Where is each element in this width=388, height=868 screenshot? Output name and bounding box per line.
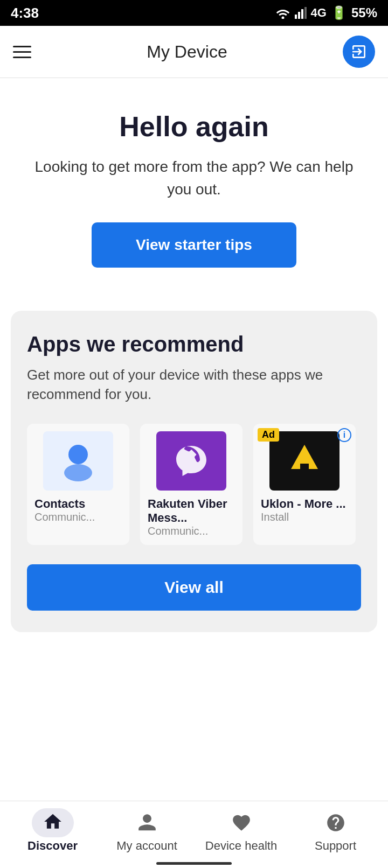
status-icons: 4G 🔋 55% bbox=[275, 5, 377, 20]
viber-app-icon bbox=[156, 431, 226, 491]
app-card-uklon[interactable]: Ad i Uklon - More ... Install bbox=[253, 424, 356, 545]
status-time: 4:38 bbox=[11, 5, 39, 22]
status-bar: 4:38 4G 🔋 55% bbox=[0, 0, 388, 26]
menu-button[interactable] bbox=[13, 46, 31, 58]
signal-icon bbox=[295, 7, 307, 19]
view-all-button[interactable]: View all bbox=[27, 564, 361, 611]
svg-rect-8 bbox=[300, 464, 309, 472]
nav-icon-health bbox=[228, 810, 254, 836]
apps-grid: Contacts Communic... Rakuten Viber Mess.… bbox=[27, 424, 361, 545]
nav-item-discover[interactable]: Discover bbox=[5, 810, 100, 853]
nav-label-account: My account bbox=[116, 839, 177, 853]
viber-app-name: Rakuten Viber Mess... bbox=[148, 497, 235, 525]
battery-icon: 🔋 bbox=[331, 5, 347, 20]
svg-rect-3 bbox=[301, 9, 303, 19]
nav-label-discover: Discover bbox=[27, 839, 78, 853]
svg-point-0 bbox=[281, 17, 284, 19]
login-button[interactable] bbox=[343, 36, 375, 68]
hero-title: Hello again bbox=[22, 110, 366, 143]
view-starter-tips-button[interactable]: View starter tips bbox=[92, 222, 296, 268]
contacts-app-category: Communic... bbox=[34, 511, 122, 523]
nav-icon-account bbox=[134, 810, 160, 836]
contacts-app-name: Contacts bbox=[34, 497, 122, 511]
apps-section: Apps we recommend Get more out of your d… bbox=[11, 311, 377, 632]
bottom-nav: Discover My account Device health Suppor… bbox=[0, 801, 388, 868]
account-icon bbox=[137, 813, 157, 833]
hero-subtitle: Looking to get more from the app? We can… bbox=[22, 156, 366, 201]
contacts-icon-svg bbox=[57, 439, 100, 482]
network-type: 4G bbox=[311, 6, 327, 20]
nav-icon-support bbox=[323, 810, 349, 836]
nav-icon-discover bbox=[40, 810, 66, 836]
header: My Device bbox=[0, 26, 388, 78]
nav-label-health: Device health bbox=[205, 839, 277, 853]
wifi-icon bbox=[275, 7, 290, 19]
app-card-viber[interactable]: Rakuten Viber Mess... Communic... bbox=[140, 424, 242, 545]
nav-label-support: Support bbox=[315, 839, 356, 853]
health-icon bbox=[231, 813, 252, 833]
support-icon bbox=[325, 813, 346, 833]
login-icon bbox=[350, 43, 368, 60]
battery-percent: 55% bbox=[351, 5, 377, 20]
hero-section: Hello again Looking to get more from the… bbox=[0, 78, 388, 295]
info-icon[interactable]: i bbox=[337, 428, 351, 442]
svg-rect-2 bbox=[298, 12, 300, 19]
uklon-icon-svg bbox=[283, 439, 326, 482]
home-indicator bbox=[156, 862, 232, 865]
apps-title: Apps we recommend bbox=[27, 332, 361, 356]
ad-badge: Ad bbox=[258, 428, 279, 442]
apps-subtitle: Get more out of your device with these a… bbox=[27, 365, 361, 404]
svg-rect-4 bbox=[304, 7, 307, 19]
page-title: My Device bbox=[147, 42, 227, 62]
contacts-app-icon bbox=[43, 431, 113, 491]
svg-point-5 bbox=[68, 445, 88, 464]
uklon-app-name: Uklon - More ... bbox=[261, 497, 348, 511]
uklon-app-category: Install bbox=[261, 511, 348, 523]
nav-item-device-health[interactable]: Device health bbox=[194, 810, 288, 853]
viber-icon-svg bbox=[170, 439, 213, 482]
nav-item-my-account[interactable]: My account bbox=[100, 810, 194, 853]
svg-rect-1 bbox=[295, 15, 297, 19]
app-card-contacts[interactable]: Contacts Communic... bbox=[27, 424, 129, 545]
svg-point-6 bbox=[64, 464, 92, 481]
home-icon bbox=[43, 811, 63, 832]
viber-app-category: Communic... bbox=[148, 525, 235, 537]
nav-item-support[interactable]: Support bbox=[288, 810, 383, 853]
uklon-app-icon bbox=[269, 431, 340, 491]
